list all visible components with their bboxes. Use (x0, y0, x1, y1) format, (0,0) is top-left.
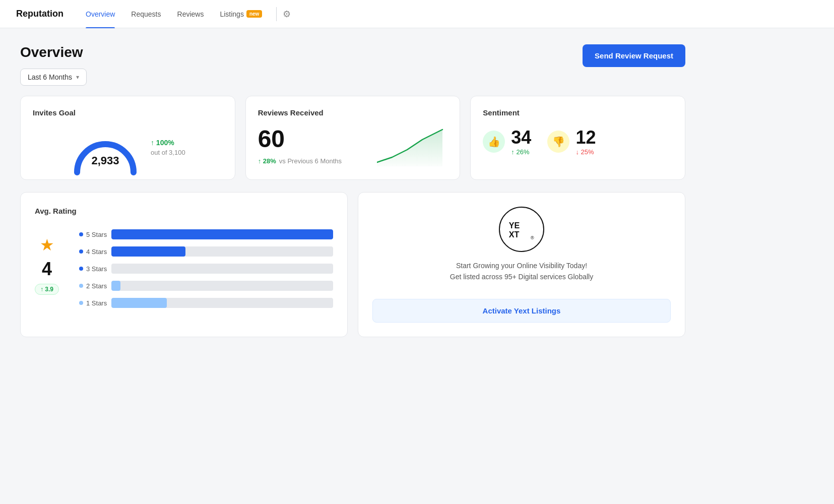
bar-track (111, 281, 333, 291)
bar-label: 2 Stars (79, 282, 105, 290)
reviews-inner: 60 ↑ 28% vs Previous 6 Months (258, 127, 448, 167)
bar-row: 4 Stars (79, 246, 333, 257)
nav-item-overview[interactable]: Overview (78, 0, 123, 28)
rating-left: ★ 4 ↑ 3.9 (35, 235, 59, 295)
bar-dot (79, 267, 83, 271)
nav-item-listings[interactable]: Listings new (212, 0, 270, 28)
bar-label: 5 Stars (79, 231, 105, 238)
svg-text:YE: YE (509, 221, 520, 230)
nav-divider (276, 7, 277, 21)
send-review-request-button[interactable]: Send Review Request (583, 44, 685, 67)
yext-description: Start Growing your Online Visibility Tod… (450, 260, 593, 283)
brand-logo: Reputation (16, 9, 63, 19)
yext-inner: YE XT ® Start Growing your Online Visibi… (372, 207, 671, 323)
rating-bars-list: 5 Stars 4 Stars 3 Stars (79, 229, 333, 308)
gauge-container: 2,933 ↑ 100% out of 3,100 (33, 127, 223, 167)
reviews-received-card: Reviews Received 60 ↑ 28% vs Previous 6 … (245, 96, 461, 180)
bar-dot (79, 284, 83, 288)
bar-label: 4 Stars (79, 248, 105, 256)
bottom-row: Avg. Rating ★ 4 ↑ 3.9 5 Stars 4 S (20, 192, 685, 337)
bar-dot (79, 249, 83, 254)
gauge-stats: ↑ 100% out of 3,100 (151, 139, 185, 156)
sentiment-negative-stats: 12 ↓ 25% (575, 127, 596, 156)
star-icon: ★ (40, 235, 54, 255)
gauge-value: 2,933 (91, 154, 119, 167)
invites-out-of: out of 3,100 (151, 149, 185, 156)
rating-layout: ★ 4 ↑ 3.9 5 Stars 4 Stars (35, 225, 333, 308)
svg-text:®: ® (531, 235, 534, 240)
avg-rating-card: Avg. Rating ★ 4 ↑ 3.9 5 Stars 4 S (20, 192, 348, 337)
reviews-chart (377, 127, 447, 167)
nav-item-reviews[interactable]: Reviews (169, 0, 212, 28)
nav-item-requests[interactable]: Requests (123, 0, 169, 28)
invites-percent: ↑ 100% (151, 139, 185, 147)
bar-fill (111, 298, 167, 308)
bar-dot (79, 301, 83, 305)
top-cards-row: Invites Goal 2,933 ↑ 100% out of 3,100 (20, 96, 685, 180)
bar-label: 3 Stars (79, 265, 105, 273)
sentiment-inner: 👍 34 ↑ 26% 👎 12 ↓ 25% (483, 127, 673, 156)
bar-fill (111, 281, 120, 291)
svg-text:XT: XT (509, 230, 520, 239)
sentiment-title: Sentiment (483, 108, 673, 117)
reviews-change-pct: ↑ 28% (258, 157, 276, 165)
invites-goal-card: Invites Goal 2,933 ↑ 100% out of 3,100 (20, 96, 235, 180)
activate-yext-button[interactable]: Activate Yext Listings (372, 299, 671, 323)
bar-fill (111, 229, 333, 239)
thumbs-down-icon: 👎 (547, 131, 569, 153)
sentiment-negative-count: 12 (575, 127, 596, 148)
bar-row: 2 Stars (79, 281, 333, 291)
reviews-stat: ↑ 28% vs Previous 6 Months (258, 157, 342, 165)
bar-track (111, 229, 333, 239)
page-title: Overview (20, 44, 87, 60)
sentiment-negative: 👎 12 ↓ 25% (547, 127, 596, 156)
rating-value: 4 (42, 259, 52, 280)
bar-row: 5 Stars (79, 229, 333, 239)
reviews-left: 60 ↑ 28% vs Previous 6 Months (258, 127, 342, 165)
invites-goal-title: Invites Goal (33, 108, 223, 117)
bar-track (111, 298, 333, 308)
sentiment-positive-count: 34 (511, 127, 531, 148)
yext-logo-svg: YE XT ® (503, 211, 540, 247)
yext-card: YE XT ® Start Growing your Online Visibi… (358, 192, 685, 337)
sentiment-positive-pct: ↑ 26% (511, 148, 531, 156)
reviews-count: 60 (258, 127, 342, 151)
bar-fill (111, 246, 185, 257)
listings-badge: new (246, 10, 262, 18)
bar-dot (79, 232, 83, 236)
sentiment-card: Sentiment 👍 34 ↑ 26% 👎 12 ↓ 25% (470, 96, 685, 180)
period-dropdown[interactable]: Last 6 Months ▾ (20, 69, 87, 86)
page-header-left: Overview Last 6 Months ▾ (20, 44, 87, 86)
yext-logo: YE XT ® (499, 207, 544, 252)
chevron-down-icon: ▾ (76, 74, 79, 81)
bar-label: 1 Stars (79, 299, 105, 307)
sentiment-negative-pct: ↓ 25% (575, 148, 596, 156)
gauge-wrapper: 2,933 (70, 127, 141, 167)
gauge-svg (70, 127, 141, 177)
bar-track (111, 246, 333, 257)
avg-rating-title: Avg. Rating (35, 207, 333, 215)
sentiment-positive-stats: 34 ↑ 26% (511, 127, 531, 156)
settings-icon[interactable]: ⚙ (283, 9, 291, 20)
thumbs-up-icon: 👍 (483, 131, 505, 153)
rating-trend-badge: ↑ 3.9 (35, 284, 59, 295)
nav-items: Overview Requests Reviews Listings new (78, 0, 270, 28)
page-header: Overview Last 6 Months ▾ Send Review Req… (20, 44, 685, 86)
bar-track (111, 264, 333, 274)
bar-row: 1 Stars (79, 298, 333, 308)
sentiment-positive: 👍 34 ↑ 26% (483, 127, 531, 156)
bar-row: 3 Stars (79, 264, 333, 274)
reviews-received-title: Reviews Received (258, 108, 448, 117)
